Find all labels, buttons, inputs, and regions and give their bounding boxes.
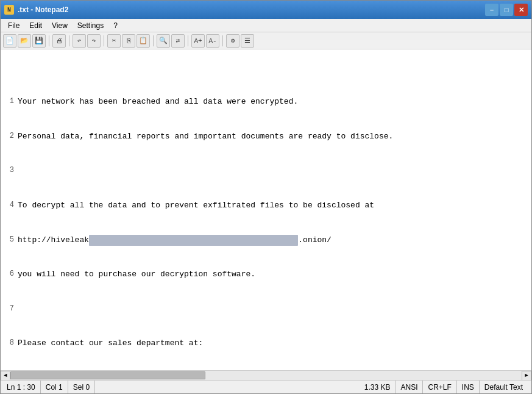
redo-button[interactable]: ↷ <box>87 34 101 48</box>
paste-button[interactable]: 📋 <box>137 34 150 48</box>
sep1 <box>49 35 49 46</box>
status-scheme: Default Text <box>480 381 528 393</box>
cut-button[interactable]: ✂ <box>107 34 121 48</box>
new-button[interactable]: 📄 <box>3 34 16 48</box>
content-wrapper: 1 Your network has been breached and all… <box>1 49 531 380</box>
status-mode: INS <box>457 381 480 393</box>
status-bar: Ln 1 : 30 Col 1 Sel 0 1.33 KB ANSI CR+LF… <box>1 380 531 393</box>
line-7: 7 <box>3 304 529 315</box>
replace-button[interactable]: ⇄ <box>171 34 185 48</box>
close-button[interactable]: ✕ <box>514 4 528 16</box>
menu-view[interactable]: View <box>47 20 73 31</box>
undo-button[interactable]: ↶ <box>73 34 86 48</box>
status-position: Ln 1 : 30 <box>4 381 41 393</box>
sep4 <box>153 35 154 46</box>
menu-settings[interactable]: Settings <box>73 20 108 31</box>
menu-help[interactable]: ? <box>108 20 122 31</box>
settings-button[interactable]: ⚙ <box>226 34 239 48</box>
minimize-button[interactable]: – <box>485 4 498 16</box>
redact-url <box>89 235 298 246</box>
line-5: 5 http://hiveleak .onion/ <box>3 235 529 246</box>
line-1: 1 Your network has been breached and all… <box>3 96 529 108</box>
scroll-thumb[interactable] <box>10 371 205 379</box>
menu-bar: File Edit View Settings ? <box>1 19 531 32</box>
menu-file[interactable]: File <box>3 20 24 31</box>
title-bar: N .txt - Notepad2 – □ ✕ <box>1 1 531 19</box>
zoom-out-button[interactable]: A- <box>206 34 219 48</box>
scroll-right-button[interactable]: ► <box>522 371 531 381</box>
line-8: 8 Please contact our sales department at… <box>3 338 529 349</box>
extra-button[interactable]: ☰ <box>241 34 254 48</box>
status-col: Col 1 <box>41 381 68 393</box>
line-3: 3 <box>3 165 529 177</box>
find-button[interactable]: 🔍 <box>157 34 170 48</box>
save-button[interactable]: 💾 <box>32 34 46 48</box>
line-2: 2 Personal data, financial reports and i… <box>3 131 529 143</box>
status-line-endings: CR+LF <box>423 381 456 393</box>
sep2 <box>69 35 69 46</box>
status-encoding: ANSI <box>395 381 423 393</box>
sep5 <box>188 35 188 46</box>
title-bar-left: N .txt - Notepad2 <box>4 5 68 15</box>
menu-edit[interactable]: Edit <box>24 20 47 31</box>
horizontal-scrollbar[interactable]: ◄ ► <box>1 370 531 380</box>
main-window: N .txt - Notepad2 – □ ✕ File Edit View S… <box>0 0 532 394</box>
copy-button[interactable]: ⎘ <box>122 34 135 48</box>
line-4: 4 To decrypt all the data and to prevent… <box>3 200 529 212</box>
maximize-button[interactable]: □ <box>500 4 513 16</box>
line-6: 6 you will need to purchase our decrypti… <box>3 269 529 281</box>
window-title: .txt - Notepad2 <box>18 5 68 14</box>
sep3 <box>104 35 104 46</box>
window-controls: – □ ✕ <box>485 4 528 16</box>
status-size: 1.33 KB <box>360 381 396 393</box>
zoom-in-button[interactable]: A+ <box>191 34 205 48</box>
toolbar: 📄 📂 💾 🖨 ↶ ↷ ✂ ⎘ 📋 🔍 ⇄ A+ A- ⚙ ☰ <box>1 32 531 49</box>
editor-area[interactable]: 1 Your network has been breached and all… <box>1 49 531 370</box>
sep6 <box>222 35 223 46</box>
scroll-track[interactable] <box>10 371 522 381</box>
open-button[interactable]: 📂 <box>18 34 31 48</box>
status-sel: Sel 0 <box>68 381 95 393</box>
editor-content: 1 Your network has been breached and all… <box>1 51 531 370</box>
app-icon: N <box>4 5 14 15</box>
scroll-left-button[interactable]: ◄ <box>1 371 10 381</box>
print-button[interactable]: 🖨 <box>52 34 66 48</box>
